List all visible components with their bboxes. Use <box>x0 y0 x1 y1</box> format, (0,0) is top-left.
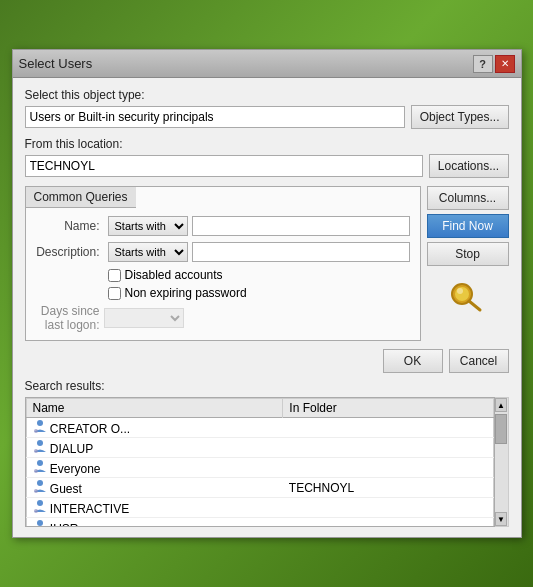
result-folder <box>283 498 493 518</box>
svg-point-7 <box>34 449 38 453</box>
scrollbar-thumb[interactable] <box>495 414 507 444</box>
nonexpiring-checkbox[interactable] <box>108 287 121 300</box>
cancel-button[interactable]: Cancel <box>449 349 509 373</box>
svg-point-14 <box>37 520 43 526</box>
results-area: Name In Folder CREATOR O... DIALUP Every… <box>25 397 509 527</box>
result-folder <box>283 418 493 438</box>
object-types-button[interactable]: Object Types... <box>411 105 509 129</box>
svg-point-3 <box>457 288 463 294</box>
result-name: Everyone <box>26 458 283 478</box>
disabled-accounts-row: Disabled accounts <box>36 268 410 282</box>
find-now-button[interactable]: Find Now <box>427 214 509 238</box>
table-row[interactable]: Everyone <box>26 458 493 478</box>
user-icon <box>33 499 47 513</box>
queries-body: Name: Starts with Description: Starts wi… <box>26 208 420 340</box>
svg-point-8 <box>37 460 43 466</box>
table-row[interactable]: GuestTECHNOYL <box>26 478 493 498</box>
svg-point-12 <box>37 500 43 506</box>
result-name: INTERACTIVE <box>26 498 283 518</box>
user-icon <box>33 479 47 493</box>
select-users-dialog: Select Users ? ✕ Select this object type… <box>12 49 522 538</box>
result-folder: TECHNOYL <box>283 478 493 498</box>
result-folder <box>283 438 493 458</box>
search-results-label: Search results: <box>25 379 509 393</box>
table-row[interactable]: IUSR <box>26 518 493 528</box>
location-label: From this location: <box>25 137 509 151</box>
object-type-label: Select this object type: <box>25 88 509 102</box>
title-bar: Select Users ? ✕ <box>13 50 521 78</box>
days-label: Days since last logon: <box>36 304 104 332</box>
desc-query-label: Description: <box>36 245 104 259</box>
svg-point-9 <box>34 469 38 473</box>
name-query-label: Name: <box>36 219 104 233</box>
location-row: Locations... <box>25 154 509 178</box>
user-icon <box>33 439 47 453</box>
disabled-accounts-checkbox[interactable] <box>108 269 121 282</box>
svg-point-4 <box>37 420 43 426</box>
svg-line-2 <box>469 301 480 310</box>
table-row[interactable]: DIALUP <box>26 438 493 458</box>
nonexpiring-label: Non expiring password <box>125 286 247 300</box>
col-name: Name <box>26 399 283 418</box>
dialog-body: Select this object type: Object Types...… <box>13 78 521 537</box>
object-type-row: Object Types... <box>25 105 509 129</box>
desc-filter-select[interactable]: Starts with <box>108 242 188 262</box>
nonexpiring-row: Non expiring password <box>36 286 410 300</box>
result-name: Guest <box>26 478 283 498</box>
scrollbar-up[interactable]: ▲ <box>495 398 507 412</box>
locations-button[interactable]: Locations... <box>429 154 509 178</box>
object-type-input[interactable] <box>25 106 405 128</box>
disabled-accounts-label: Disabled accounts <box>125 268 223 282</box>
result-folder <box>283 458 493 478</box>
stop-button[interactable]: Stop <box>427 242 509 266</box>
table-row[interactable]: INTERACTIVE <box>26 498 493 518</box>
queries-left: Common Queries Name: Starts with De <box>25 186 421 349</box>
title-bar-controls: ? ✕ <box>473 55 515 73</box>
results-header: Name In Folder <box>26 399 493 418</box>
result-name: DIALUP <box>26 438 283 458</box>
svg-point-5 <box>34 429 38 433</box>
columns-button[interactable]: Columns... <box>427 186 509 210</box>
result-name: IUSR <box>26 518 283 528</box>
desc-query-row: Description: Starts with <box>36 242 410 262</box>
result-name: CREATOR O... <box>26 418 283 438</box>
col-folder: In Folder <box>283 399 493 418</box>
user-icon <box>33 519 47 527</box>
ok-button[interactable]: OK <box>383 349 443 373</box>
user-icon <box>33 459 47 473</box>
svg-point-13 <box>34 509 38 513</box>
results-table: Name In Folder CREATOR O... DIALUP Every… <box>26 398 494 527</box>
user-icon <box>33 419 47 433</box>
table-row[interactable]: CREATOR O... <box>26 418 493 438</box>
close-button[interactable]: ✕ <box>495 55 515 73</box>
dialog-title: Select Users <box>19 56 93 71</box>
svg-point-11 <box>34 489 38 493</box>
scrollbar-track[interactable]: ▲ ▼ <box>495 397 509 527</box>
queries-section: Common Queries Name: Starts with De <box>25 186 509 349</box>
svg-point-6 <box>37 440 43 446</box>
name-filter-select[interactable]: Starts with <box>108 216 188 236</box>
svg-point-10 <box>37 480 43 486</box>
results-body: CREATOR O... DIALUP Everyone GuestTECHNO… <box>26 418 493 528</box>
days-row: Days since last logon: <box>36 304 410 332</box>
queries-group: Common Queries Name: Starts with De <box>25 186 421 341</box>
days-select[interactable] <box>104 308 184 328</box>
name-query-row: Name: Starts with <box>36 216 410 236</box>
ok-cancel-row: OK Cancel <box>25 349 509 373</box>
queries-tab[interactable]: Common Queries <box>26 187 136 208</box>
desc-query-input[interactable] <box>192 242 410 262</box>
name-query-input[interactable] <box>192 216 410 236</box>
results-container[interactable]: Name In Folder CREATOR O... DIALUP Every… <box>25 397 495 527</box>
scrollbar-down[interactable]: ▼ <box>495 512 507 526</box>
result-folder <box>283 518 493 528</box>
help-button[interactable]: ? <box>473 55 493 73</box>
queries-right-buttons: Columns... Find Now Stop <box>427 186 509 314</box>
location-input[interactable] <box>25 155 423 177</box>
search-icon <box>446 276 490 314</box>
